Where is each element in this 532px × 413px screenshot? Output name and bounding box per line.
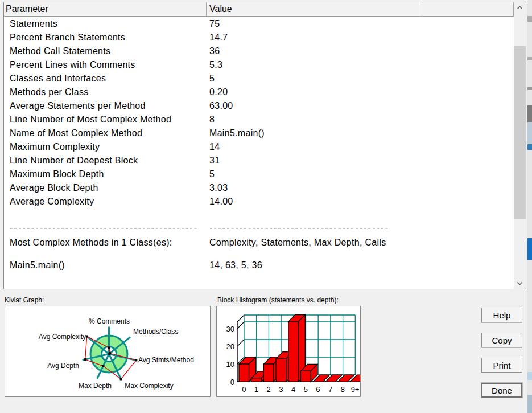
parameter-cell: Statements <box>10 17 57 31</box>
edge-segment <box>527 105 532 122</box>
table-row[interactable]: Name of Most Complex MethodMain5.main() <box>4 126 514 140</box>
parameter-cell: Maximum Block Depth <box>10 167 104 181</box>
edge-segment <box>527 372 532 380</box>
histogram-xtick-label: 8 <box>341 385 345 394</box>
parameter-cell: Name of Most Complex Method <box>10 126 142 140</box>
most-complex-header-row: Most Complex Methods in 1 Class(es): Com… <box>4 236 514 250</box>
histogram-xtick-label: 0 <box>242 385 246 394</box>
most-complex-method-row[interactable]: Main5.main() 14, 63, 5, 36 <box>4 259 514 272</box>
value-cell: 14.7 <box>209 31 228 44</box>
value-cell: 0.20 <box>209 85 228 99</box>
parameter-cell: Classes and Interfaces <box>10 72 106 85</box>
table-row[interactable]: Percent Lines with Comments5.3 <box>4 58 514 72</box>
parameter-cell: Line Number of Most Complex Method <box>10 113 171 126</box>
histogram-xtick-label: 3 <box>279 385 283 394</box>
help-button[interactable]: Help <box>481 308 522 322</box>
metrics-table: Parameter Value Average Complexity14.00A… <box>3 2 526 289</box>
histogram-xtick-label: 2 <box>267 385 271 394</box>
histogram-xtick-label: 9+ <box>351 385 360 394</box>
kiviat-axis-label: Max Depth <box>79 382 112 390</box>
histogram-xtick-label: 4 <box>291 385 295 394</box>
edge-segment <box>527 87 532 90</box>
block-histogram-label: Block Histogram (statements vs. depth): <box>217 296 339 304</box>
value-cell: Main5.main() <box>209 126 265 140</box>
kiviat-graph-panel: % CommentsMethods/ClassAvg Stmts/MethodM… <box>5 306 211 397</box>
block-histogram-panel: 01020300123456789+ <box>216 306 361 397</box>
block-histogram-chart: 01020300123456789+ <box>217 306 360 396</box>
divider-row: ----------------------------------------… <box>4 221 514 235</box>
table-row[interactable]: Line Number of Most Complex Method8 <box>4 113 514 126</box>
kiviat-axis-label: Max Complexity <box>125 382 173 390</box>
parameter-cell: Percent Lines with Comments <box>10 58 135 72</box>
scrollbar-thumb[interactable] <box>514 46 526 219</box>
parameter-cell: Average Complexity <box>10 195 94 208</box>
copy-button[interactable]: Copy <box>481 333 522 347</box>
value-cell: 3.03 <box>209 181 228 195</box>
histogram-xtick-label: 7 <box>328 385 332 394</box>
value-cell: 31 <box>209 154 220 167</box>
parameter-cell: Maximum Complexity <box>10 140 100 154</box>
table-row[interactable]: Methods per Class0.20 <box>4 85 514 99</box>
table-row[interactable]: Average Complexity14.00 <box>4 195 514 208</box>
parameter-cell: Percent Branch Statements <box>10 31 125 44</box>
table-row[interactable]: Maximum Complexity14 <box>4 140 514 154</box>
histogram-xtick-label: 5 <box>304 385 308 394</box>
value-cell: 8 <box>209 113 215 126</box>
kiviat-axis-label: Avg Stmts/Method <box>138 356 194 364</box>
value-cell: 63.00 <box>209 99 233 113</box>
table-row[interactable]: Percent Branch Statements14.7 <box>4 31 514 44</box>
divider-dashes-parameter: ----------------------------------------… <box>10 221 198 235</box>
histogram-ytick-label: 10 <box>226 360 234 369</box>
table-row[interactable]: Statements75 <box>4 17 514 31</box>
histogram-ytick-label: 30 <box>226 325 234 333</box>
print-button[interactable]: Print <box>481 358 522 373</box>
kiviat-radar-chart: % CommentsMethods/ClassAvg Stmts/MethodM… <box>5 306 210 396</box>
table-row[interactable]: Average Statements per Method63.00 <box>4 99 514 113</box>
edge-segment <box>527 122 532 144</box>
table-row[interactable]: Classes and Interfaces5 <box>4 72 514 85</box>
chevron-down-icon <box>517 281 523 285</box>
value-cell: 75 <box>209 17 220 31</box>
value-cell: 36 <box>209 44 220 58</box>
histogram-xtick-label: 1 <box>254 385 258 394</box>
kiviat-axis-label: Avg Depth <box>47 362 79 370</box>
table-row[interactable]: Average Block Depth3.03 <box>4 181 514 195</box>
most-complex-label: Most Complex Methods in 1 Class(es): <box>10 236 172 250</box>
method-values-cell: 14, 63, 5, 36 <box>209 259 262 272</box>
edge-segment <box>527 395 532 413</box>
parameter-cell: Average Block Depth <box>10 181 98 195</box>
edge-segment <box>527 144 532 150</box>
edge-segment <box>527 16 532 22</box>
value-cell: 5 <box>209 167 215 181</box>
histogram-xtick-label: 6 <box>316 385 320 394</box>
table-row[interactable]: Line Number of Deepest Block31 <box>4 154 514 167</box>
done-button[interactable]: Done <box>481 383 522 398</box>
parameter-cell: Average Statements per Method <box>10 99 146 113</box>
window-edge-artifact <box>527 0 532 413</box>
kiviat-axis-label: Methods/Class <box>133 328 178 336</box>
histogram-ytick-label: 20 <box>226 342 234 351</box>
value-cell: 5 <box>209 72 215 85</box>
kiviat-graph-label: Kiviat Graph: <box>5 296 44 304</box>
kiviat-axis-label: % Comments <box>89 317 130 325</box>
scroll-down-button[interactable] <box>514 278 526 289</box>
parameter-cell: Method Call Statements <box>10 44 110 58</box>
most-complex-columns-label: Complexity, Statements, Max Depth, Calls <box>209 236 386 250</box>
method-name-cell: Main5.main() <box>10 259 65 272</box>
scroll-up-button[interactable] <box>514 2 526 13</box>
table-row[interactable]: Method Call Statements36 <box>4 44 514 58</box>
kiviat-axis-label: Avg Complexity <box>39 333 86 341</box>
chevron-up-icon <box>517 6 523 10</box>
edge-segment <box>527 238 532 260</box>
value-cell: 14 <box>209 140 220 154</box>
parameter-cell: Methods per Class <box>10 85 89 99</box>
histogram-ytick-label: 0 <box>230 378 234 386</box>
vertical-scrollbar[interactable] <box>514 2 526 289</box>
divider-dashes-value: ----------------------------------------… <box>209 221 389 235</box>
table-row[interactable]: Maximum Block Depth5 <box>4 167 514 181</box>
value-cell: 5.3 <box>209 58 222 72</box>
table-body: Average Complexity14.00Average Block Dep… <box>4 2 514 289</box>
value-cell: 14.00 <box>209 195 233 208</box>
parameter-cell: Line Number of Deepest Block <box>10 154 138 167</box>
edge-segment <box>527 57 532 60</box>
